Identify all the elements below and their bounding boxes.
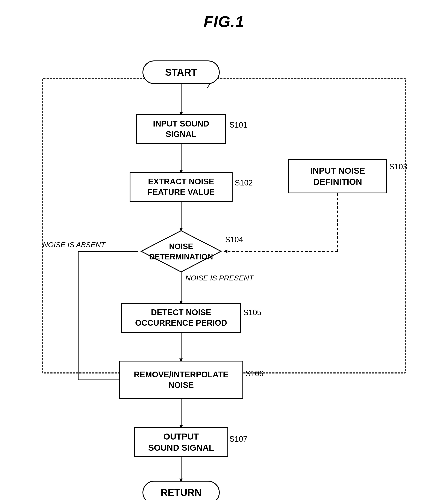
start-label: START [165,66,197,78]
s101-process: INPUT SOUNDSIGNAL [136,114,226,144]
s102-step: S102 [235,178,253,187]
s106-process: REMOVE/INTERPOLATENOISE [119,361,243,399]
return-label: RETURN [160,487,202,498]
s106-step: S106 [245,369,263,378]
s101-label: INPUT SOUNDSIGNAL [153,119,209,140]
s104-label: NOISEDETERMINATION [149,242,213,261]
s103-process: INPUT NOISEDEFINITION [288,159,387,193]
s107-label: OUTPUTSOUND SIGNAL [148,431,214,453]
s107-process: OUTPUTSOUND SIGNAL [134,427,228,457]
s103-label: INPUT NOISEDEFINITION [310,165,365,187]
noise-absent-label: NOISE IS ABSENT [43,241,105,249]
s102-process: EXTRACT NOISEFEATURE VALUE [129,172,233,202]
s106-label: REMOVE/INTERPOLATENOISE [134,369,228,391]
s105-label: DETECT NOISEOCCURRENCE PERIOD [135,307,227,329]
figure-title: FIG.1 [204,13,244,30]
start-terminal: START [143,61,220,84]
diagram: 1 START INPUT SOUNDSIGNAL S101 EXTRACT N… [20,39,428,489]
noise-present-label: NOISE IS PRESENT [185,274,253,282]
s105-step: S105 [243,308,261,317]
s107-step: S107 [229,435,247,444]
s103-step: S103 [389,162,407,171]
return-terminal: RETURN [143,481,220,500]
s101-step: S101 [229,121,247,130]
s102-label: EXTRACT NOISEFEATURE VALUE [147,176,215,198]
s105-process: DETECT NOISEOCCURRENCE PERIOD [121,303,241,333]
s104-step: S104 [225,235,243,244]
s104-decision: NOISEDETERMINATION [140,230,222,273]
